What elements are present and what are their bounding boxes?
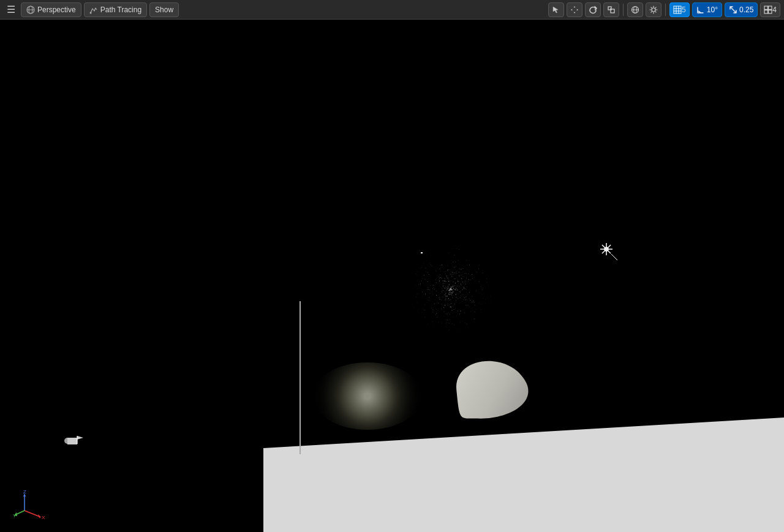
grid-icon bbox=[673, 6, 682, 14]
toolbar: ☰ Perspective Path Tracing Show bbox=[0, 0, 784, 20]
axis-gizmo: X Y Z bbox=[12, 489, 49, 520]
path-tracing-icon bbox=[89, 6, 98, 14]
svg-rect-19 bbox=[674, 6, 681, 13]
svg-text:Z: Z bbox=[23, 489, 26, 495]
select-tool-button[interactable] bbox=[548, 2, 564, 17]
layout-icon bbox=[764, 6, 772, 14]
svg-point-10 bbox=[652, 8, 655, 12]
svg-line-17 bbox=[655, 7, 656, 7]
perspective-button[interactable]: Perspective bbox=[21, 2, 81, 17]
svg-text:X: X bbox=[42, 515, 45, 520]
layout-value: 4 bbox=[772, 6, 777, 14]
svg-rect-28 bbox=[769, 10, 772, 13]
perspective-label: Perspective bbox=[37, 6, 76, 14]
separator-1 bbox=[623, 4, 624, 16]
svg-line-31 bbox=[24, 511, 40, 517]
svg-line-15 bbox=[651, 7, 652, 7]
rotate-icon bbox=[589, 6, 597, 14]
grid-button[interactable]: 5 bbox=[669, 2, 690, 17]
sun-icon bbox=[649, 6, 658, 14]
svg-rect-25 bbox=[764, 6, 768, 10]
layout-button[interactable]: 4 bbox=[760, 2, 780, 17]
path-tracing-button[interactable]: Path Tracing bbox=[84, 2, 147, 17]
svg-text:Y: Y bbox=[13, 513, 17, 519]
path-tracing-label: Path Tracing bbox=[100, 6, 141, 14]
globe-icon bbox=[631, 6, 639, 14]
angle-value: 10° bbox=[707, 6, 718, 14]
snap-button[interactable]: 0.25 bbox=[725, 2, 758, 17]
svg-rect-27 bbox=[764, 10, 768, 13]
grid-value: 5 bbox=[682, 6, 686, 14]
world-view-button[interactable] bbox=[627, 2, 643, 17]
angle-icon bbox=[696, 6, 705, 14]
viewport[interactable]: X Y Z bbox=[0, 20, 784, 532]
svg-line-16 bbox=[655, 11, 656, 12]
show-button[interactable]: Show bbox=[149, 2, 179, 17]
show-label: Show bbox=[155, 6, 173, 14]
perspective-icon bbox=[26, 6, 35, 14]
scene-canvas bbox=[0, 20, 784, 532]
svg-line-18 bbox=[651, 11, 652, 12]
move-tool-button[interactable] bbox=[567, 2, 582, 17]
svg-rect-26 bbox=[769, 6, 772, 10]
scale-icon bbox=[607, 6, 616, 14]
separator-2 bbox=[665, 4, 666, 16]
move-icon bbox=[570, 6, 579, 14]
menu-button[interactable]: ☰ bbox=[4, 2, 18, 17]
hamburger-icon: ☰ bbox=[7, 4, 15, 15]
light-button[interactable] bbox=[646, 2, 662, 17]
snap-icon bbox=[729, 6, 737, 14]
scale-tool-button[interactable] bbox=[603, 2, 619, 17]
rotate-tool-button[interactable] bbox=[585, 2, 601, 17]
select-icon bbox=[552, 6, 560, 14]
snap-value: 0.25 bbox=[739, 6, 753, 14]
svg-point-3 bbox=[89, 12, 91, 13]
angle-button[interactable]: 10° bbox=[692, 2, 722, 17]
svg-line-24 bbox=[731, 7, 736, 12]
